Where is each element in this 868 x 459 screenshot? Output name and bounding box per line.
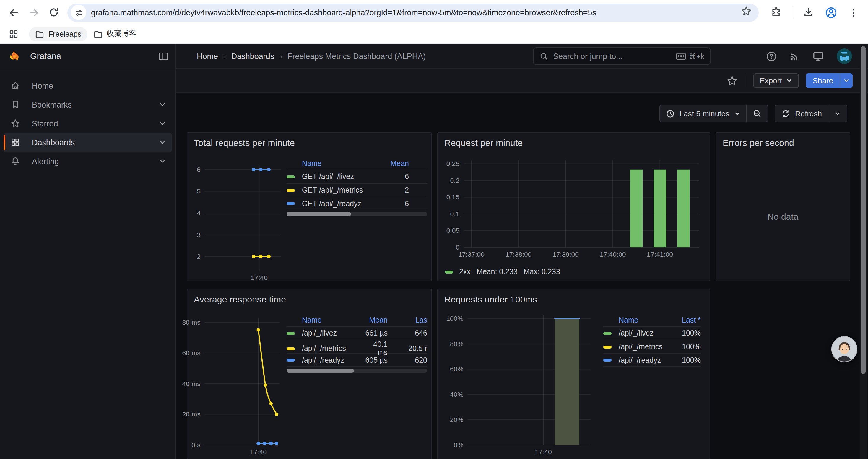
svg-text:0.25: 0.25 [446,160,459,167]
kiosk-monitor-icon[interactable] [812,51,824,62]
search-input[interactable]: Search or jump to... ⌘+k [533,47,711,65]
sidebar-brand: Grafana [0,44,176,69]
panel-title[interactable]: Errors per second [723,138,794,148]
svg-text:0.2: 0.2 [450,177,459,184]
legend-row[interactable]: GET /api/_/metrics2 [286,183,427,197]
svg-text:0: 0 [456,243,459,251]
series-swatch [445,270,453,273]
export-button[interactable]: Export [753,73,799,88]
legend-row[interactable]: GET /api/_/readyz6 [286,197,427,210]
svg-text:40 ms: 40 ms [182,380,200,388]
screen: grafana.mathmast.com/d/deytv4rwavabkb/fr… [0,0,868,459]
toolbar-divider [744,74,745,87]
svg-text:80 ms: 80 ms [182,319,200,326]
breadcrumb-dashboards[interactable]: Dashboards [231,52,275,61]
svg-text:17:38:00: 17:38:00 [505,251,532,258]
site-info-icon[interactable] [71,5,86,20]
address-bar[interactable]: grafana.mathmast.com/d/deytv4rwavabkb/fr… [67,3,759,22]
toolbar-divider [792,6,793,18]
svg-text:5: 5 [197,187,200,195]
legend-header: NameMeanLas [286,314,427,326]
panel-request-per-minute: Request per minute 00.050.10.150.20.2517… [437,132,710,281]
chevron-down-icon [734,110,741,117]
panel-errors-per-second: Errors per second No data [716,132,850,281]
browser-menu-icon[interactable] [843,2,863,23]
reload-button[interactable] [44,2,64,23]
forward-button[interactable] [24,2,44,23]
chevron-down-icon[interactable] [159,139,166,146]
profile-icon[interactable] [821,2,841,23]
sidebar-item-bookmarks[interactable]: Bookmarks [4,95,172,114]
star-icon [11,119,20,128]
legend-item-2xx[interactable]: 2xx Mean: 0.233 Max: 0.233 [445,268,560,276]
bookmark-star-icon[interactable] [741,6,752,19]
breadcrumb: Home › Dashboards › Freeleaps Metrics Da… [197,44,426,68]
series-name: 2xx [459,268,471,276]
grafana-app: Grafana Home Bookmarks [0,44,868,459]
bookmarks-divider [24,29,24,39]
toolbar-actions: Export Share [726,73,852,88]
chevron-down-icon [786,77,793,84]
legend-row[interactable]: /api/_/readyz605 µs620 [286,353,427,367]
back-button[interactable] [4,2,24,23]
bookmark-freeleaps[interactable]: Freeleaps [29,27,87,41]
sidebar-item-alerting[interactable]: Alerting [4,152,172,171]
legend-scrollbar[interactable] [286,369,427,373]
assistant-avatar-widget[interactable] [831,335,858,363]
scrollbar-thumb[interactable] [861,46,866,374]
user-avatar[interactable] [836,48,852,64]
time-range-picker[interactable]: Last 5 minutes [660,105,747,122]
help-icon[interactable] [766,51,777,62]
sidebar-item-home[interactable]: Home [4,76,172,95]
series-max: Max: 0.233 [524,268,560,276]
url-text[interactable]: grafana.mathmast.com/d/deytv4rwavabkb/fr… [91,8,736,17]
share-button[interactable]: Share [806,73,852,88]
svg-text:17:40: 17:40 [251,274,268,282]
no-data-message: No data [716,211,850,222]
sidebar-nav: Home Bookmarks Starred [0,76,176,171]
svg-text:17:37:00: 17:37:00 [458,251,485,258]
legend-header: NameLast * [603,314,701,326]
refresh-button[interactable]: Refresh [776,105,828,122]
home-icon [11,81,20,90]
favorite-star-icon[interactable] [726,75,737,86]
svg-text:100%: 100% [446,315,463,322]
page-scrollbar[interactable] [860,44,867,459]
legend-row[interactable]: GET /api/_/livez6 [286,169,427,183]
svg-text:17:39:00: 17:39:00 [553,251,579,258]
legend-row[interactable]: /api/_/livez661 µs646 [286,326,427,340]
bookmark-blogs[interactable]: 收藏博客 [87,27,142,41]
extensions-icon[interactable] [766,2,786,23]
breadcrumb-home[interactable]: Home [197,52,218,61]
sidebar-item-label: Bookmarks [32,100,72,109]
refresh-icon [781,109,790,118]
chevron-down-icon[interactable] [159,101,166,108]
collapse-sidebar-icon[interactable] [158,52,168,61]
sidebar-item-starred[interactable]: Starred [4,114,172,133]
breadcrumb-current: Freeleaps Metrics Dashboard (ALPHA) [287,52,426,61]
downloads-icon[interactable] [798,2,818,23]
legend-row[interactable]: /api/_/livez100% [603,326,701,340]
series-mean: Mean: 0.233 [476,268,518,276]
share-dropdown-chevron[interactable] [840,73,852,88]
folder-icon [35,29,44,39]
legend-row[interactable]: /api/_/metrics40.1 ms20.5 r [286,340,427,353]
browser-actions [766,2,868,23]
legend-row[interactable]: /api/_/metrics100% [603,340,701,353]
search-placeholder: Search or jump to... [553,52,676,61]
legend-row[interactable]: /api/_/readyz100% [603,353,701,367]
legend-scrollbar[interactable] [286,212,427,216]
legend-header: NameMean [286,158,427,169]
news-rss-icon[interactable] [789,51,800,61]
grafana-logo[interactable] [8,50,20,62]
chevron-down-icon[interactable] [159,120,166,127]
sidebar-item-dashboards[interactable]: Dashboards [4,133,172,152]
dashboards-grid-icon [11,138,20,147]
refresh-interval-dropdown[interactable] [829,105,847,122]
browser-toolbar: grafana.mathmast.com/d/deytv4rwavabkb/fr… [0,0,868,25]
request-per-minute-chart[interactable]: 00.050.10.150.20.2517:37:0017:38:0017:39… [438,133,710,281]
zoom-out-button[interactable] [747,105,768,122]
chevron-down-icon[interactable] [159,158,166,165]
svg-text:4: 4 [197,209,200,217]
apps-grid-icon[interactable] [6,26,21,42]
